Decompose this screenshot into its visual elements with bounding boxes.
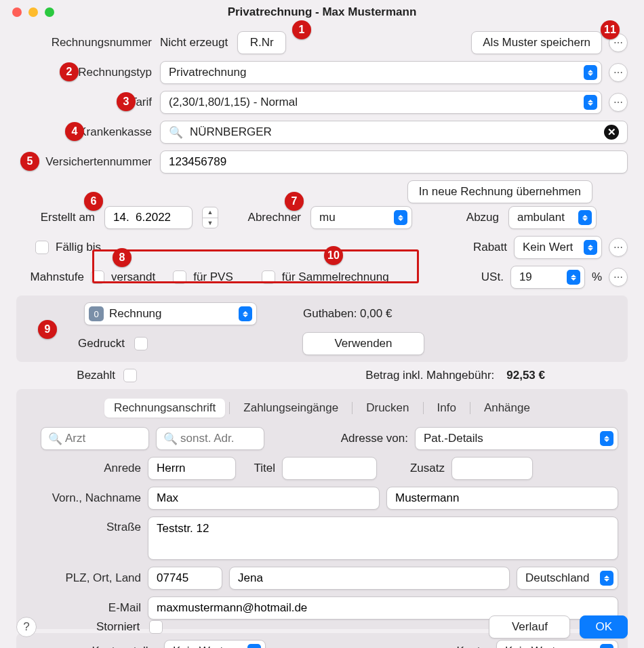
betrag-label: Betrag inkl. Mahngebühr: xyxy=(365,369,494,382)
chevron-updown-icon xyxy=(239,306,252,321)
chevron-updown-icon xyxy=(394,210,407,225)
plz-input[interactable] xyxy=(148,567,222,590)
kostenstelle-label: Kostenstelle xyxy=(92,645,155,648)
rechnungstyp-select[interactable]: Privatrechnung xyxy=(160,61,602,84)
more-button-rabatt[interactable]: ⋯ xyxy=(609,238,628,257)
in-neue-rechnung-button[interactable]: In neue Rechnung übernehmen xyxy=(407,180,592,203)
gedruckt-label: Gedruckt xyxy=(78,337,125,350)
details-tabs: Rechnungsanschrift Zahlungseingänge Druc… xyxy=(26,396,618,420)
chevron-updown-icon xyxy=(584,95,597,110)
faellig-checkbox[interactable] xyxy=(35,241,49,254)
storniert-label: Storniert xyxy=(96,620,140,634)
abzug-select[interactable]: ambulant xyxy=(508,206,597,229)
tab-zahlungseingaenge[interactable]: Zahlungseingänge xyxy=(234,399,348,418)
rechnungsnummer-label: Rechnungsnummer xyxy=(16,36,152,49)
ok-button[interactable]: OK xyxy=(580,615,628,639)
more-button-ust[interactable]: ⋯ xyxy=(609,268,628,287)
chevron-updown-icon xyxy=(578,210,592,225)
annotation-5: 5 xyxy=(20,152,39,171)
annotation-3: 3 xyxy=(117,92,136,111)
more-button-rechnungstyp[interactable]: ⋯ xyxy=(609,63,628,82)
search-icon: 🔍 xyxy=(169,125,183,140)
abrechner-label: Abrechner xyxy=(248,211,301,224)
rechnung-icon: 0 xyxy=(89,306,104,321)
search-icon: 🔍 xyxy=(163,432,178,446)
rechnungstyp-label: Rechnungstyp xyxy=(16,66,152,79)
sonst-adr-search[interactable]: 🔍 xyxy=(156,427,264,450)
konto-select[interactable]: Kein Wert xyxy=(496,640,618,648)
chevron-updown-icon xyxy=(600,431,613,446)
chevron-up-icon: ▲ xyxy=(203,207,218,218)
als-muster-button[interactable]: Als Muster speichern xyxy=(471,31,602,54)
verlauf-button[interactable]: Verlauf xyxy=(489,615,570,639)
abrechner-select[interactable]: mu xyxy=(310,206,412,229)
tab-anhaenge[interactable]: Anhänge xyxy=(475,399,540,418)
storniert-checkbox[interactable] xyxy=(149,620,163,634)
sammel-checkbox[interactable] xyxy=(262,270,275,284)
adresse-von-select[interactable]: Pat.-Details xyxy=(415,427,618,450)
clear-icon[interactable]: ✕ xyxy=(604,125,619,140)
titlebar: Privatrechnung - Max Mustermann xyxy=(0,0,644,24)
more-button-tarif[interactable]: ⋯ xyxy=(609,93,628,112)
annotation-6: 6 xyxy=(84,192,103,211)
chevron-updown-icon xyxy=(567,270,580,285)
krankenkasse-label: Krankenkasse xyxy=(16,125,152,139)
zusatz-label: Zusatz xyxy=(410,462,445,474)
erstellt-stepper[interactable]: ▲▼ xyxy=(202,207,218,228)
vorname-label: Vorn., Nachname xyxy=(26,491,141,505)
verwenden-button[interactable]: Verwenden xyxy=(302,332,424,355)
nachname-input[interactable] xyxy=(386,487,618,510)
strasse-input[interactable] xyxy=(148,517,618,560)
pvs-checkbox[interactable] xyxy=(173,270,186,284)
erstellt-label: Erstellt am xyxy=(41,211,95,224)
land-select[interactable]: Deutschland xyxy=(517,567,618,590)
bezahlt-checkbox[interactable] xyxy=(123,369,137,382)
search-icon: 🔍 xyxy=(48,432,62,446)
vorname-input[interactable] xyxy=(148,487,380,510)
chevron-updown-icon xyxy=(600,571,613,586)
konto-label: Konto xyxy=(457,645,487,648)
rabatt-select[interactable]: Kein Wert xyxy=(514,236,602,259)
krankenkasse-field[interactable]: 🔍 NÜRNBERGER ✕ xyxy=(160,121,628,144)
chevron-updown-icon xyxy=(584,65,597,80)
chevron-down-icon: ▼ xyxy=(203,218,218,228)
gedruckt-checkbox[interactable] xyxy=(134,337,148,350)
titel-label: Titel xyxy=(254,462,276,474)
annotation-2: 2 xyxy=(60,62,79,81)
rechnung-select[interactable]: 0 Rechnung xyxy=(84,302,257,325)
plz-label: PLZ, Ort, Land xyxy=(26,571,141,585)
anrede-input[interactable] xyxy=(148,457,236,480)
erstellt-date-input[interactable] xyxy=(104,206,193,229)
pvs-label: für PVS xyxy=(193,270,233,284)
ort-input[interactable] xyxy=(229,567,510,590)
window-title: Privatrechnung - Max Mustermann xyxy=(0,5,644,19)
annotation-7: 7 xyxy=(285,192,304,211)
guthaben-value: Guthaben: 0,00 € xyxy=(303,307,392,321)
faellig-label: Fällig bis xyxy=(56,241,101,254)
tab-drucken[interactable]: Drucken xyxy=(357,399,418,418)
rnr-button[interactable]: R.Nr xyxy=(237,31,286,54)
tab-rechnungsanschrift[interactable]: Rechnungsanschrift xyxy=(104,399,225,418)
zusatz-input[interactable] xyxy=(451,457,533,480)
mahnstufe-label: Mahnstufe xyxy=(31,270,84,283)
adresse-von-label: Adresse von: xyxy=(341,432,408,445)
ust-select[interactable]: 19 xyxy=(510,266,585,289)
rabatt-label: Rabatt xyxy=(473,241,507,254)
betrag-value: 92,53 € xyxy=(506,369,545,382)
chevron-updown-icon xyxy=(600,644,613,648)
kostenstelle-select[interactable]: Kein Wert xyxy=(164,640,266,648)
chevron-updown-icon xyxy=(247,644,261,648)
sammel-label: für Sammelrechnung xyxy=(282,270,389,284)
help-button[interactable]: ? xyxy=(16,617,37,637)
abzug-label: Abzug xyxy=(466,211,499,224)
ust-label: USt. xyxy=(481,270,504,284)
tab-info[interactable]: Info xyxy=(428,399,466,418)
rechnungsnummer-value: Nicht erzeugt xyxy=(160,36,228,49)
arzt-search[interactable]: 🔍 xyxy=(41,427,149,450)
versnummer-input[interactable] xyxy=(160,150,628,174)
tarif-select[interactable]: (2,30/1,80/1,15) - Normal xyxy=(160,91,602,114)
titel-input[interactable] xyxy=(282,457,377,480)
annotation-10: 10 xyxy=(324,246,343,265)
email-label: E-Mail xyxy=(26,601,141,615)
versandt-checkbox[interactable] xyxy=(91,270,104,284)
